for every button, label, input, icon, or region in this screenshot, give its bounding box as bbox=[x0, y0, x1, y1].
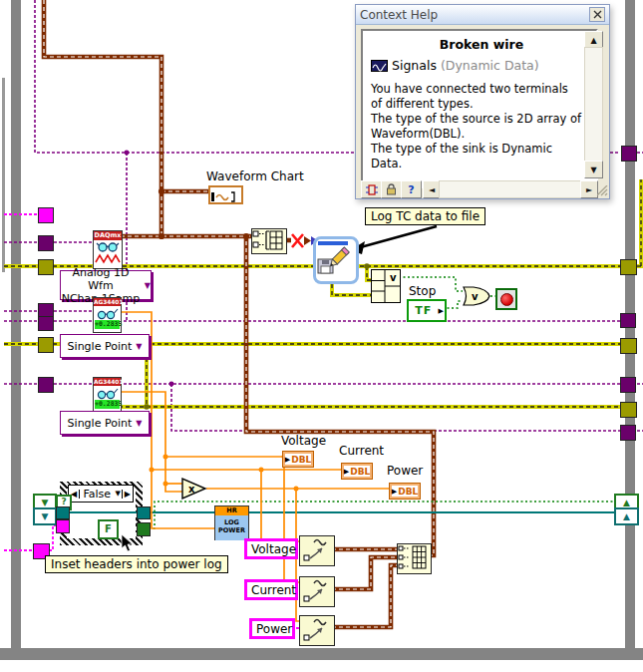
current-string-constant[interactable]: Current bbox=[244, 579, 298, 600]
tunnel-string-left[interactable] bbox=[38, 207, 54, 223]
tunnel-visa-left-3[interactable] bbox=[38, 316, 54, 331]
tunnel-error-left-2[interactable] bbox=[38, 337, 54, 353]
more-help-button[interactable]: ? bbox=[401, 180, 422, 198]
or-gate[interactable]: v bbox=[463, 285, 492, 309]
horizontal-scrollbar-track[interactable] bbox=[439, 180, 582, 198]
build-array-icon bbox=[252, 229, 284, 251]
help-heading: Broken wire bbox=[371, 37, 592, 52]
right-arrow-icon: ► bbox=[586, 185, 592, 194]
resize-grip-icon[interactable] bbox=[597, 185, 608, 196]
dynamic-data-icon bbox=[300, 577, 332, 604]
case-tunnel-refnum-in[interactable] bbox=[56, 506, 70, 519]
voltage-string-constant[interactable]: Voltage bbox=[244, 538, 298, 559]
shift-register-right-refnum[interactable]: ▲ bbox=[614, 507, 639, 525]
dynamic-data-icon bbox=[300, 536, 332, 563]
merge-signals-icon bbox=[398, 544, 429, 571]
dbl-label: DBL bbox=[350, 467, 370, 477]
show-terminals-button[interactable] bbox=[361, 180, 382, 198]
context-help-window[interactable]: Context Help Broken wire Signals (Dynami… bbox=[355, 4, 610, 199]
case-selector[interactable]: ◀ False ▼ ▶ bbox=[68, 485, 134, 503]
loop-condition-terminal[interactable] bbox=[495, 288, 517, 310]
up-arrow-icon: ▲ bbox=[623, 512, 630, 521]
daqmx-read-node[interactable]: DAQmx bbox=[93, 230, 123, 269]
stop-boolean-terminal[interactable]: TF ▶ bbox=[407, 299, 447, 322]
chevron-down-icon: ▼ bbox=[136, 419, 142, 428]
pointer-icon: ▶ bbox=[392, 488, 397, 496]
daqmx-banner: DAQmx bbox=[94, 231, 122, 240]
selector-label: Single Point bbox=[68, 417, 133, 430]
down-arrow-icon: ▼ bbox=[590, 166, 596, 174]
dmm-banner: AG34401 bbox=[94, 298, 121, 306]
case-tunnel-string-in[interactable] bbox=[56, 519, 70, 533]
boolean-wires bbox=[53, 277, 614, 528]
dynamic-data-icon bbox=[300, 616, 332, 643]
terminals-icon bbox=[366, 184, 378, 195]
dmm-banner: AG34401 bbox=[94, 378, 121, 386]
tunnel-visa-right-1[interactable] bbox=[621, 146, 637, 162]
vertical-scrollbar-track[interactable] bbox=[584, 47, 603, 163]
dmm-selector-2[interactable]: Single Point ▼ bbox=[60, 411, 150, 435]
current-indicator[interactable]: ▶DBL bbox=[341, 463, 373, 480]
log-power-subvi[interactable]: HR LOG POWER bbox=[214, 505, 249, 540]
convert-to-dynamic-node-1[interactable] bbox=[299, 535, 335, 566]
context-help-titlebar[interactable]: Context Help bbox=[356, 5, 609, 25]
convert-to-dynamic-node-2[interactable] bbox=[299, 576, 335, 607]
question-icon: ? bbox=[408, 183, 414, 196]
tunnel-visa-right-2[interactable] bbox=[620, 313, 636, 328]
case-tunnel-refnum-out[interactable] bbox=[137, 506, 151, 519]
waveform-chart-label: Waveform Chart bbox=[206, 170, 304, 183]
false-constant[interactable]: F bbox=[98, 519, 119, 539]
write-measurement-file-vi[interactable] bbox=[313, 236, 359, 284]
dmm-read-node-1[interactable]: AG34401 +0.2835 bbox=[93, 297, 122, 333]
merge-signals-node[interactable] bbox=[397, 543, 432, 574]
build-array-node[interactable] bbox=[251, 228, 287, 254]
inset-headers-tooltip: Inset headers into power log bbox=[45, 555, 228, 573]
tunnel-error-left-1[interactable] bbox=[38, 259, 54, 275]
pointer-icon: ▶ bbox=[285, 456, 290, 464]
case-next-icon[interactable]: ▶ bbox=[122, 490, 133, 499]
floppy-pencil-icon bbox=[316, 245, 350, 277]
shift-register-left-refnum[interactable]: ▼ bbox=[33, 507, 57, 525]
tunnel-error-right-2[interactable] bbox=[620, 338, 637, 354]
waveform-chart-terminal[interactable] bbox=[208, 185, 243, 204]
scroll-down-button[interactable]: ▼ bbox=[584, 161, 603, 178]
unbundle-node[interactable]: v bbox=[371, 269, 401, 303]
glasses-icon bbox=[95, 307, 120, 320]
dmm-read-node-2[interactable]: AG34401 +0.2835 bbox=[93, 377, 122, 413]
or-glyph: v bbox=[472, 291, 479, 302]
scroll-right-button[interactable]: ► bbox=[580, 180, 598, 198]
down-arrow-icon: ▼ bbox=[42, 499, 49, 507]
current-label: Current bbox=[339, 445, 384, 458]
dmm-selector-1[interactable]: Single Point ▼ bbox=[60, 334, 150, 358]
stop-sign-icon bbox=[500, 293, 513, 306]
glasses-icon bbox=[95, 387, 120, 400]
mouse-cursor-icon bbox=[120, 534, 136, 554]
case-selector-value: False bbox=[80, 488, 114, 501]
selector-line1: Analog 1D Wfm bbox=[61, 266, 141, 292]
close-button[interactable] bbox=[589, 7, 605, 22]
chevron-down-icon[interactable]: ▼ bbox=[114, 490, 121, 498]
convert-to-dynamic-node-3[interactable] bbox=[299, 615, 335, 646]
lock-help-button[interactable] bbox=[381, 180, 402, 198]
stop-label: Stop bbox=[409, 285, 436, 298]
dbl-label: DBL bbox=[291, 455, 311, 465]
tunnel-error-right-3[interactable] bbox=[620, 402, 637, 418]
close-icon bbox=[593, 10, 602, 19]
tunnel-visa-left-4[interactable] bbox=[38, 377, 54, 393]
case-tunnel-boolean-out[interactable] bbox=[137, 522, 151, 536]
multiply-node[interactable]: x bbox=[180, 477, 208, 501]
dmm-display: +0.2835 bbox=[95, 320, 120, 329]
daqmx-polymorphic-selector[interactable]: Analog 1D Wfm NChan 1Samp ▼ bbox=[60, 270, 152, 300]
labview-block-diagram: ▼ ▼ ▲ ▲ DAQmx Analog 1D Wfm NChan 1Samp … bbox=[0, 0, 643, 672]
tunnel-visa-right-3[interactable] bbox=[620, 377, 636, 393]
power-indicator[interactable]: ▶DBL bbox=[389, 483, 421, 500]
pointer-icon: ▶ bbox=[439, 307, 444, 315]
tunnel-visa-right-4[interactable] bbox=[620, 425, 636, 441]
left-arrow-icon: ◄ bbox=[429, 185, 435, 194]
tunnel-error-right-1[interactable] bbox=[620, 259, 637, 275]
voltage-indicator[interactable]: ▶DBL bbox=[282, 451, 314, 468]
power-string-constant[interactable]: Power bbox=[249, 618, 295, 639]
tunnel-visa-left-1[interactable] bbox=[38, 235, 54, 251]
multiply-glyph: x bbox=[188, 484, 195, 495]
chart-glyph-icon bbox=[210, 191, 237, 202]
